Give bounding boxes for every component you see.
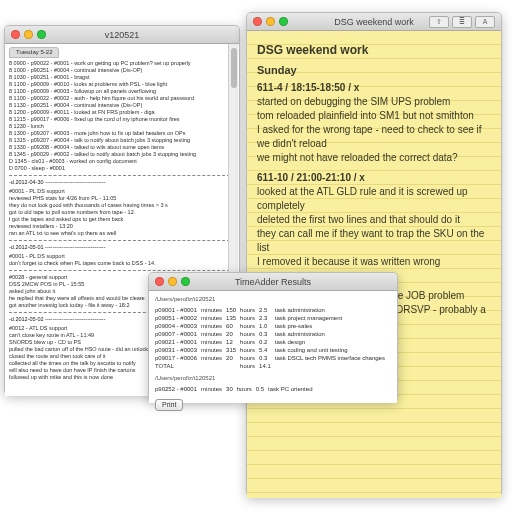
results-window: TimeAdder Results /Users/perofiz/t120521… <box>148 272 398 402</box>
log-line: they do not look good with thousands of … <box>9 202 235 209</box>
table-cell: task pre-sales <box>275 322 389 330</box>
results-body: /Users/perofiz/t120521 p09001 - #0001min… <box>149 291 397 403</box>
print-button[interactable]: Print <box>155 399 183 411</box>
log-date: -d.2012-05-01 --------------------------… <box>9 244 235 251</box>
table-cell: hours <box>237 385 256 393</box>
task-line: 8 1345 - p90029 - #0002 - talked to noti… <box>9 151 235 158</box>
table-cell: task PC oriented <box>268 385 316 393</box>
entry-line: started on debugging the SIM UPS problem <box>257 95 491 109</box>
table-cell: 12 <box>226 338 240 346</box>
table-cell: 60 <box>226 322 240 330</box>
table-cell: minutes <box>201 385 226 393</box>
results-title: TimeAdder Results <box>149 277 397 287</box>
note-window: DSG weekend work ⇧ ≣ A DSG weekend work … <box>246 12 502 497</box>
table-cell: hours <box>240 330 259 338</box>
table-cell: minutes <box>201 346 226 354</box>
table-cell <box>275 362 389 370</box>
table-cell: 1.0 <box>259 322 275 330</box>
table-cell <box>201 362 226 370</box>
entry-line: I asked for the wrong tape - need to che… <box>257 123 491 151</box>
task-line: 8 1230 - lunch <box>9 123 235 130</box>
task-line: 8 1300 - p09207 - #0003 - more john how … <box>9 130 235 137</box>
entry-line: they can call me if they want to trap th… <box>257 227 491 255</box>
table-cell: 150 <box>226 306 240 314</box>
note-toolbar: ⇧ ≣ A <box>429 16 495 28</box>
results-path-2: /Users/perofiz/t120521 <box>155 374 391 382</box>
task-line: 8 1315 - p09207 - #0004 - talk to notify… <box>9 137 235 144</box>
table-cell: p90252 - #0001 <box>155 385 201 393</box>
note-body[interactable]: DSG weekend work Sunday 611-4 / 18:15-18… <box>247 31 501 498</box>
table-cell: 0.2 <box>259 338 275 346</box>
results-path: /Users/perofiz/t120521 <box>155 295 391 303</box>
table-row: p90252 - #0001minutes30hours0.5task PC o… <box>155 385 316 393</box>
table-cell: minutes <box>201 330 226 338</box>
table-cell: 135 <box>226 314 240 322</box>
log-line: I got the tapes and asked ops to get the… <box>9 216 235 223</box>
table-cell: 20 <box>226 354 240 362</box>
table-cell: minutes <box>201 354 226 362</box>
table-row: TOTALhours14.1 <box>155 362 389 370</box>
task-line: 8 1330 - p09208 - #0004 - talked to wils… <box>9 144 235 151</box>
editor-titlebar[interactable]: v120521 <box>5 26 239 44</box>
table-row: p09031 - #0003minutes315hours5.4task cod… <box>155 346 389 354</box>
entry-line: we might not have reloaded the correct d… <box>257 151 491 165</box>
task-line: 8 1130 - p90251 - #0004 - continual inte… <box>9 102 235 109</box>
note-entry: 611-4 / 18:15-18:50 / xstarted on debugg… <box>257 81 491 165</box>
results-table-2: p90252 - #0001minutes30hours0.5task PC o… <box>155 385 316 393</box>
task-line: 8 1100 - p90009 - #0010 - looks at probl… <box>9 81 235 88</box>
table-cell: hours <box>240 314 259 322</box>
table-cell: task administration <box>275 306 389 314</box>
list-icon[interactable]: ≣ <box>452 16 472 28</box>
editor-title: v120521 <box>5 30 239 40</box>
log-date: -d.2012-04-30 --------------------------… <box>9 179 235 186</box>
note-heading: DSG weekend work <box>257 43 491 57</box>
results-titlebar[interactable]: TimeAdder Results <box>149 273 397 291</box>
editor-tab[interactable]: Tuesday 5-22 <box>9 47 59 58</box>
table-cell: 0.5 <box>256 385 268 393</box>
table-cell: hours <box>240 362 259 370</box>
table-row: p09001 - #0001minutes150hours2.5task adm… <box>155 306 389 314</box>
note-entry: 611-10 / 21:00-21:10 / xlooked at the AT… <box>257 171 491 269</box>
table-cell: 20 <box>226 330 240 338</box>
entry-header: 611-4 / 18:15-18:50 / x <box>257 81 491 95</box>
table-cell: task administration <box>275 330 389 338</box>
table-cell: 0.3 <box>259 330 275 338</box>
task-line: 8 1215 - p90017 - #0006 - fixed up the c… <box>9 116 235 123</box>
table-cell: 14.1 <box>259 362 275 370</box>
table-cell: 2.3 <box>259 314 275 322</box>
table-cell: 315 <box>226 346 240 354</box>
entry-header: 611-10 / 21:00-21:10 / x <box>257 171 491 185</box>
table-cell: 2.5 <box>259 306 275 314</box>
table-cell: minutes <box>201 338 226 346</box>
table-row: p09021 - #0001minutes12hours0.2task desi… <box>155 338 389 346</box>
share-icon[interactable]: ⇧ <box>429 16 449 28</box>
log-line: got to old tape to pull some numbers fro… <box>9 209 235 216</box>
log-line: reviewed installers - 13:20 <box>9 223 235 230</box>
table-cell: minutes <box>201 322 226 330</box>
table-cell: p09004 - #0003 <box>155 322 201 330</box>
table-row: p09007 - #0001minutes20hours0.3task admi… <box>155 330 389 338</box>
table-cell: p09051 - #0002 <box>155 314 201 322</box>
table-cell: task design <box>275 338 389 346</box>
task-line: 8 0900 - p90022 - #0001 - work on gettin… <box>9 60 235 67</box>
task-line: 8 1030 - p90251 - #0001 - bragst <box>9 74 235 81</box>
log-line: ran an ATL txt to see what's up there as… <box>9 230 235 237</box>
font-icon[interactable]: A <box>475 16 495 28</box>
table-cell: 5.4 <box>259 346 275 354</box>
table-cell: 30 <box>226 385 237 393</box>
table-cell: hours <box>240 338 259 346</box>
results-table: p09001 - #0001minutes150hours2.5task adm… <box>155 306 389 370</box>
entry-line: deleted the first two lines and that sho… <box>257 213 491 227</box>
table-cell: p09031 - #0003 <box>155 346 201 354</box>
table-cell: task DSCL tech PMMS interface changes <box>275 354 389 362</box>
table-cell: p09017 - #0006 <box>155 354 201 362</box>
table-cell <box>226 362 240 370</box>
task-line: D 1345 - cls01 - #0003 - worked on confi… <box>9 158 235 165</box>
table-cell: minutes <box>201 314 226 322</box>
task-line: 8 1000 - p90251 - #0004 - continual inte… <box>9 67 235 74</box>
table-cell: task project management <box>275 314 389 322</box>
table-cell: task coding and unit testing <box>275 346 389 354</box>
entry-line: tom reloaded plainfield into SM1 but not… <box>257 109 491 123</box>
note-titlebar[interactable]: DSG weekend work ⇧ ≣ A <box>247 13 501 31</box>
log-line: reviewed PHS stats for 4/26 from PL - 11… <box>9 195 235 202</box>
